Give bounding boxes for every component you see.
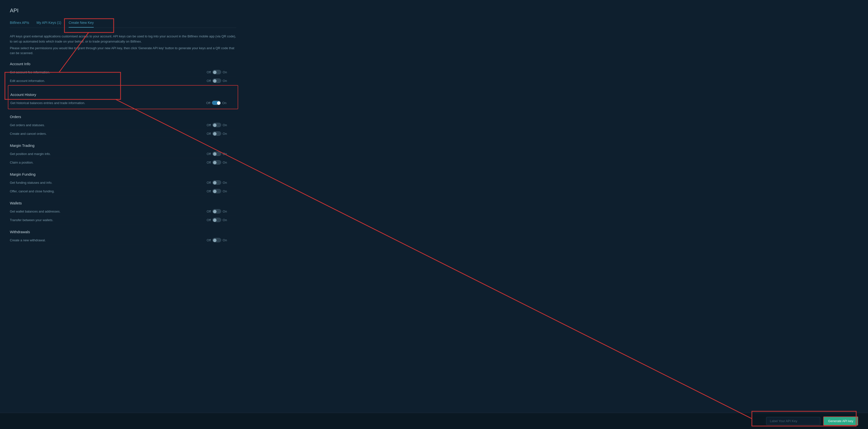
on-label-get-historical-balances: On — [222, 101, 226, 105]
api-key-label-input[interactable] — [766, 417, 820, 425]
toggle-thumb-edit-account-info — [213, 79, 217, 83]
permissions-list: Account InfoGet account fee information.… — [10, 62, 236, 245]
permission-row-claim-position: Claim a position.OffOn — [10, 158, 236, 167]
toggle-create-withdrawal[interactable] — [212, 238, 221, 242]
toggle-group-get-orders: OffOn — [207, 123, 236, 127]
toggle-group-get-funding-statuses: OffOn — [207, 180, 236, 185]
off-label-get-position-margin: Off — [207, 152, 211, 156]
permission-label-get-position-margin: Get position and margin info. — [10, 152, 207, 156]
permission-label-edit-account-info: Edit account information. — [10, 79, 207, 83]
permission-label-claim-position: Claim a position. — [10, 161, 207, 164]
on-label-create-cancel-orders: On — [223, 132, 227, 135]
off-label-get-orders: Off — [207, 123, 211, 127]
toggle-thumb-transfer-between-wallets — [213, 218, 217, 222]
toggle-thumb-get-historical-balances — [217, 101, 220, 105]
permission-label-offer-cancel-close-funding: Offer, cancel and close funding. — [10, 189, 207, 193]
permission-row-create-withdrawal: Create a new withdrawal.OffOn — [10, 236, 236, 245]
off-label-get-funding-statuses: Off — [207, 181, 211, 184]
permission-row-edit-account-info: Edit account information.OffOn — [10, 76, 236, 85]
toggle-group-offer-cancel-close-funding: OffOn — [207, 189, 236, 193]
tab-bitfinex-apis[interactable]: Bitfinex APIs — [10, 19, 29, 28]
toggle-get-position-margin[interactable] — [212, 152, 221, 156]
off-label-edit-account-info: Off — [207, 79, 211, 83]
toggle-group-create-cancel-orders: OffOn — [207, 131, 236, 136]
on-label-offer-cancel-close-funding: On — [223, 189, 227, 193]
tabs-nav: Bitfinex APIs My API Keys (1) Create New… — [10, 19, 236, 28]
on-label-claim-position: On — [223, 161, 227, 164]
on-label-create-withdrawal: On — [223, 238, 227, 242]
section-margin-trading: Margin TradingGet position and margin in… — [10, 144, 236, 167]
section-title-margin-funding: Margin Funding — [10, 172, 236, 176]
toggle-group-get-historical-balances: OffOn — [206, 101, 236, 105]
off-label-claim-position: Off — [207, 161, 211, 164]
toggle-thumb-create-cancel-orders — [213, 132, 217, 135]
toggle-thumb-get-wallet-balances — [213, 210, 217, 213]
permission-label-get-account-fee: Get account fee information. — [10, 70, 207, 74]
permission-label-transfer-between-wallets: Transfer between your wallets. — [10, 218, 207, 222]
toggle-create-cancel-orders[interactable] — [212, 131, 221, 136]
section-account-info: Account InfoGet account fee information.… — [10, 62, 236, 85]
toggle-thumb-get-position-margin — [213, 152, 217, 156]
section-margin-funding: Margin FundingGet funding statuses and i… — [10, 172, 236, 195]
page-title: API — [10, 7, 236, 14]
section-title-margin-trading: Margin Trading — [10, 144, 236, 148]
off-label-get-account-fee: Off — [207, 70, 211, 74]
permission-label-create-cancel-orders: Create and cancel orders. — [10, 132, 207, 135]
toggle-claim-position[interactable] — [212, 160, 221, 164]
tab-my-api-keys[interactable]: My API Keys (1) — [37, 19, 61, 28]
toggle-thumb-create-withdrawal — [213, 239, 217, 242]
page-wrapper: API Bitfinex APIs My API Keys (1) Create… — [0, 0, 246, 269]
permission-label-create-withdrawal: Create a new withdrawal. — [10, 238, 207, 242]
toggle-thumb-get-account-fee — [213, 70, 217, 74]
permission-row-get-orders: Get orders and statuses.OffOn — [10, 121, 236, 129]
toggle-edit-account-info[interactable] — [212, 79, 221, 83]
off-label-get-historical-balances: Off — [206, 101, 210, 105]
permission-row-get-position-margin: Get position and margin info.OffOn — [10, 150, 236, 158]
toggle-get-funding-statuses[interactable] — [212, 180, 221, 185]
toggle-get-historical-balances[interactable] — [212, 101, 221, 105]
section-account-history: Account HistoryGet historical balances e… — [8, 85, 238, 109]
permission-label-get-orders: Get orders and statuses. — [10, 123, 207, 127]
toggle-offer-cancel-close-funding[interactable] — [212, 189, 221, 193]
toggle-get-orders[interactable] — [212, 123, 221, 127]
off-label-create-cancel-orders: Off — [207, 132, 211, 135]
description-block: API keys grant external applications cus… — [10, 34, 236, 56]
off-label-get-wallet-balances: Off — [207, 210, 211, 213]
on-label-get-account-fee: On — [223, 70, 227, 74]
toggle-group-claim-position: OffOn — [207, 160, 236, 164]
section-title-wallets: Wallets — [10, 201, 236, 205]
toggle-group-get-account-fee: OffOn — [207, 70, 236, 74]
permission-row-get-account-fee: Get account fee information.OffOn — [10, 68, 236, 76]
toggle-group-create-withdrawal: OffOn — [207, 238, 236, 242]
permission-row-get-funding-statuses: Get funding statuses and info.OffOn — [10, 178, 236, 187]
toggle-thumb-get-orders — [213, 123, 217, 127]
permission-row-transfer-between-wallets: Transfer between your wallets.OffOn — [10, 216, 236, 224]
permission-label-get-historical-balances: Get historical balances entries and trad… — [10, 101, 206, 105]
tab-create-new-key[interactable]: Create New Key — [69, 19, 94, 28]
toggle-group-transfer-between-wallets: OffOn — [207, 218, 236, 222]
section-title-account-history: Account History — [10, 92, 236, 97]
permission-label-get-wallet-balances: Get wallet balances and addresses. — [10, 210, 207, 213]
toggle-get-account-fee[interactable] — [212, 70, 221, 74]
section-title-withdrawals: Withdrawals — [10, 230, 236, 234]
section-title-account-info: Account Info — [10, 62, 236, 66]
on-label-get-funding-statuses: On — [223, 181, 227, 184]
on-label-get-orders: On — [223, 123, 227, 127]
off-label-create-withdrawal: Off — [207, 238, 211, 242]
toggle-transfer-between-wallets[interactable] — [212, 218, 221, 222]
section-title-orders: Orders — [10, 115, 236, 119]
on-label-transfer-between-wallets: On — [223, 218, 227, 222]
on-label-get-wallet-balances: On — [223, 210, 227, 213]
toggle-group-get-wallet-balances: OffOn — [207, 209, 236, 214]
section-orders: OrdersGet orders and statuses.OffOnCreat… — [10, 115, 236, 138]
bottom-bar: Generate API key — [0, 413, 868, 429]
generate-api-key-button[interactable]: Generate API key — [823, 417, 858, 426]
description-2: Please select the permissions you would … — [10, 46, 236, 56]
section-withdrawals: WithdrawalsCreate a new withdrawal.OffOn — [10, 230, 236, 245]
toggle-get-wallet-balances[interactable] — [212, 209, 221, 214]
toggle-group-edit-account-info: OffOn — [207, 79, 236, 83]
toggle-thumb-offer-cancel-close-funding — [213, 190, 217, 193]
permission-row-get-wallet-balances: Get wallet balances and addresses.OffOn — [10, 207, 236, 216]
description-1: API keys grant external applications cus… — [10, 34, 236, 44]
toggle-group-get-position-margin: OffOn — [207, 152, 236, 156]
